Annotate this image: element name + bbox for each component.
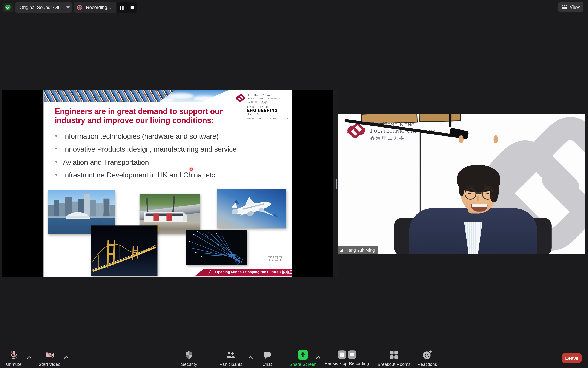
video-logo-chinese: 香港理工大學 — [370, 135, 437, 141]
encryption-badge[interactable] — [3, 3, 13, 12]
laser-pointer-dot — [190, 168, 193, 171]
engineering-text: ENGINEERING — [247, 109, 288, 112]
logo-university-line1: The Hong Kong — [247, 93, 280, 97]
recording-indicator: Recording... — [73, 2, 117, 13]
faculty-chinese-text: 工程學院 — [247, 112, 288, 116]
camera-muted-icon — [45, 350, 54, 360]
speaker-nose — [477, 195, 479, 201]
view-button[interactable]: View — [558, 2, 583, 12]
logo-divider-line — [247, 117, 280, 117]
view-grid-icon — [562, 5, 567, 9]
stop-recording-button[interactable] — [128, 2, 137, 13]
security-button[interactable]: Security — [181, 350, 197, 367]
participants-button[interactable]: Participants — [219, 350, 243, 367]
shared-screen-region: The Hong Kong Polytechnic University 香港理… — [2, 90, 334, 277]
speaker-eye — [469, 193, 471, 194]
panel-divider — [334, 90, 338, 277]
video-options-chevron[interactable] — [64, 354, 69, 360]
slide-image-tsing-ma-bridge-night — [91, 225, 158, 276]
security-shield-icon — [185, 350, 194, 360]
speaker-ear — [493, 136, 498, 143]
mic-boom-clamp — [449, 114, 452, 127]
bullet-item: Aviation and Transportation — [63, 158, 236, 171]
share-screen-button[interactable]: Share Screen — [289, 350, 317, 367]
chat-bubble-icon — [262, 350, 272, 360]
glasses-bridge — [476, 193, 481, 193]
top-bar: Original Sound: Off Recording... — [0, 0, 588, 15]
presentation-slide: The Hong Kong Polytechnic University 香港理… — [44, 90, 292, 277]
polyu-monogram-icon — [235, 93, 245, 103]
bullet-item: Information technologies (hardware and s… — [63, 132, 236, 145]
speaker-teeth — [472, 204, 487, 207]
bullet-item: Infrastructure Development in HK and Chi… — [63, 171, 236, 184]
microphone-muted-icon — [9, 350, 18, 360]
signal-bars-icon — [340, 248, 345, 252]
view-label: View — [570, 4, 580, 9]
caret-down-icon — [66, 7, 70, 9]
stop-recording-icon[interactable] — [347, 350, 356, 359]
leave-button[interactable]: Leave — [562, 353, 582, 363]
unmute-button[interactable]: Unmute — [6, 350, 21, 367]
speaker-eye — [486, 193, 489, 194]
pause-icon — [120, 5, 124, 9]
participants-chevron[interactable] — [248, 354, 253, 360]
participants-icon — [225, 350, 236, 360]
slide-title: Engineers are in great demand to support… — [55, 107, 239, 125]
banner-text: Opening Minds • Shaping the Future • 啟迪思… — [215, 270, 290, 276]
reactions-button[interactable]: Reactions — [417, 350, 437, 367]
share-screen-icon — [298, 350, 308, 360]
slide-bullet-list: Information technologies (hardware and s… — [63, 132, 236, 184]
slide-page-number: 7/27 — [268, 254, 283, 263]
breakout-rooms-icon — [389, 350, 399, 360]
zoom-meeting-window: Original Sound: Off Recording... — [0, 0, 588, 368]
chat-button[interactable]: Chat — [262, 350, 272, 367]
logo-university-line2: Polytechnic University — [247, 97, 280, 100]
reactions-smiley-icon — [422, 350, 432, 360]
participant-name: Tang Yuk Ming — [347, 248, 375, 252]
recording-label: Recording... — [86, 5, 111, 10]
breakout-rooms-button[interactable]: Breakout Rooms — [378, 350, 410, 367]
pause-recording-button[interactable] — [117, 2, 127, 13]
slide-footer-banner: Opening Minds • Shaping the Future • 啟迪思… — [194, 269, 292, 276]
banner-slash-mark — [208, 270, 215, 275]
faculty-tagline: WHERE CONCEPTS BECOME REALITY — [247, 117, 288, 120]
pause-stop-recording-control: Pause/Stop Recording — [325, 350, 369, 366]
slide-image-airplane — [217, 190, 286, 228]
recording-dot-icon — [77, 5, 82, 10]
pause-recording-icon[interactable] — [337, 350, 346, 359]
slide-image-fiber-optics — [186, 230, 247, 265]
original-sound-button[interactable]: Original Sound: Off — [15, 2, 64, 13]
divider-drag-handle[interactable] — [335, 178, 337, 189]
original-sound-dropdown[interactable] — [64, 2, 72, 13]
meeting-toolbar: Unmute Start Video Security — [0, 347, 588, 368]
building-facade — [44, 90, 175, 103]
participant-name-tag: Tang Yuk Ming — [338, 247, 378, 254]
share-screen-chevron[interactable] — [316, 354, 321, 360]
start-video-button[interactable]: Start Video — [39, 350, 60, 367]
logo-university-chinese: 香港理工大學 — [247, 101, 280, 104]
speaker-video-tile: The Hong Kong Polytechnic University 香港理… — [338, 114, 585, 254]
slide-polyu-logo: The Hong Kong Polytechnic University 香港理… — [235, 93, 288, 120]
bullet-item: Innovative Products :design, manufacturi… — [63, 145, 236, 158]
speaker-ear — [459, 136, 463, 143]
stop-icon — [131, 6, 134, 9]
unmute-options-chevron[interactable] — [27, 354, 32, 360]
speaker-hair-side — [459, 178, 465, 196]
shield-check-icon — [5, 4, 11, 11]
slide-header-photo — [44, 90, 229, 103]
